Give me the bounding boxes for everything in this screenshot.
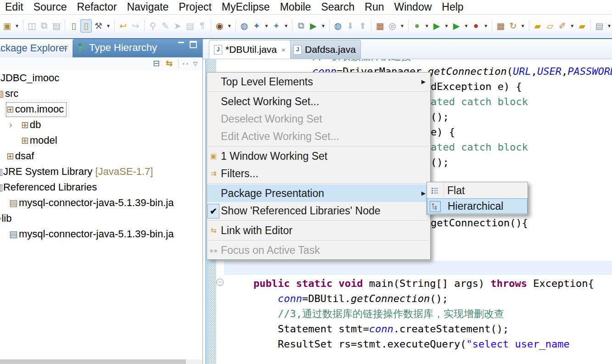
tree-item-dsaf[interactable]: ⊞dsaf [0, 149, 202, 165]
open-resource-icon[interactable]: ▰ [576, 19, 588, 33]
menu-item-1-window-working-set[interactable]: ▣1 Window Working Set [207, 147, 430, 165]
submenu-item-flat[interactable]: Flat [427, 183, 528, 198]
search-references-icon[interactable]: ◎ [387, 19, 398, 33]
focus-on-active-task-icon[interactable]: ● ● [182, 62, 188, 66]
tree-item-mysql-connector-java-5-1-39-bin-ja[interactable]: ▤mysql-connector-java-5.1.39-bin.ja [0, 227, 202, 243]
dropdown-caret-icon[interactable]: ▼ [321, 23, 326, 28]
tree-item-model[interactable]: ⊞model [0, 134, 202, 149]
maximize-icon[interactable] [190, 41, 197, 48]
view-menu-icon[interactable]: ▽ [193, 61, 197, 67]
run-last-icon[interactable]: ➤ [172, 19, 183, 33]
debug-icon[interactable]: ● [411, 19, 423, 33]
run-java-icon[interactable]: ▶ [308, 19, 319, 33]
forward-icon[interactable]: ↪ [130, 19, 141, 33]
globe-icon[interactable]: ◍ [332, 19, 344, 33]
dropdown-caret-icon[interactable]: ▼ [444, 23, 449, 28]
dropdown-caret-icon[interactable]: ▼ [15, 23, 19, 28]
mark-occurrences-icon[interactable]: ✎ [159, 19, 171, 33]
debug-on-device-icon[interactable]: ▯ [80, 19, 92, 33]
menu-myeclipse[interactable]: MyEclipse [217, 1, 275, 13]
new-class-wizard-icon[interactable]: ✦ [251, 19, 263, 33]
horizontal-scrollbar[interactable] [0, 359, 202, 364]
menu-run[interactable]: Run [359, 1, 389, 13]
tree-item-lib[interactable]: ▰lib [0, 212, 202, 227]
menu-edit[interactable]: Edit [0, 1, 28, 13]
tree-item-jre-system-library[interactable]: ▥JRE System Library [JavaSE-1.7] [0, 165, 202, 180]
tab-type-hierarchy[interactable]: Type Hierarchy [73, 39, 202, 57]
new-interface-wizard-icon[interactable]: ✦ [270, 19, 282, 33]
new-report-icon[interactable]: ▦ [374, 19, 386, 33]
copy-snippet-icon[interactable]: ⧉ [295, 19, 307, 33]
dropdown-caret-icon[interactable]: ▼ [425, 23, 429, 28]
collapse-all-icon[interactable]: ⊟ [153, 58, 160, 68]
menu-item-top-level-elements[interactable]: Top Level Elements▶ [207, 73, 430, 90]
dropdown-caret-icon[interactable]: ▼ [264, 23, 269, 28]
menu-item-package-presentation[interactable]: Package Presentation▶ [207, 185, 430, 202]
tab-dafdsa-java[interactable]: J Dafdsa.java [288, 40, 361, 59]
menu-item-filters[interactable]: ⇉Filters... [207, 165, 430, 182]
dropdown-caret-icon[interactable]: ▼ [106, 23, 111, 28]
open-type-icon[interactable]: ▤ [184, 19, 196, 33]
save-all-icon[interactable]: ⧉ [39, 19, 50, 33]
menu-item-link-with-editor[interactable]: ⇆Link with Editor [207, 222, 430, 239]
export-icon[interactable]: ⬆ [357, 19, 368, 33]
show-whitespace-icon[interactable]: ¶ [197, 19, 208, 33]
menu-item-select-working-set[interactable]: Select Working Set... [207, 93, 430, 110]
menu-mobile[interactable]: Mobile [275, 1, 316, 13]
dropdown-caret-icon[interactable]: ▼ [227, 23, 232, 28]
menu-refactor[interactable]: Refactor [72, 1, 122, 13]
menu-search[interactable]: Search [316, 1, 359, 13]
tree-item-src[interactable]: ▧src [0, 87, 202, 102]
task-list-icon[interactable]: ▤ [594, 19, 605, 33]
new-wizard-icon[interactable]: ▣ [1, 19, 13, 33]
profile-icon[interactable]: ● [470, 19, 482, 33]
dropdown-caret-icon[interactable]: ▼ [464, 23, 468, 28]
dropdown-caret-icon[interactable]: ▼ [483, 23, 488, 28]
dropdown-caret-icon[interactable]: ▼ [570, 23, 574, 28]
submenu-item-hierarchical[interactable]: Hierarchical [427, 198, 528, 214]
menu-item-focus-on-active-task[interactable]: ●●Focus on Active Task [207, 241, 430, 259]
open-project-icon[interactable]: ▱ [545, 19, 556, 33]
menu-window[interactable]: Window [389, 1, 437, 13]
expander-icon[interactable]: › [9, 119, 12, 130]
tree-item-mysql-connector-java-5-1-39-bin-ja[interactable]: ▤mysql-connector-java-5.1.39-bin.ja [0, 196, 202, 212]
dropdown-caret-icon[interactable]: ▼ [521, 23, 525, 28]
web-2-icon[interactable]: ◍ [239, 19, 250, 33]
menu-navigate[interactable]: Navigate [122, 1, 174, 13]
print-icon[interactable]: ▤ [51, 19, 62, 33]
menu-project[interactable]: Project [174, 1, 217, 13]
refresh-icon[interactable]: ↻ [507, 19, 519, 33]
menu-item-edit-active-working-set[interactable]: Edit Active Working Set... [207, 128, 430, 145]
menu-source[interactable]: Source [28, 1, 72, 13]
menu-help[interactable]: Help [437, 1, 468, 13]
tab-package-explorer[interactable]: Package Explorer × [0, 39, 73, 57]
tree-item-jdbc-imooc[interactable]: ▨JDBC_imooc [0, 71, 202, 87]
tree-item-referenced-libraries[interactable]: ▥Referenced Libraries [0, 180, 202, 196]
run-on-device-icon[interactable]: ▯ [68, 19, 79, 33]
save-icon[interactable]: ◫ [26, 19, 38, 33]
menu-item-deselect-working-set[interactable]: Deselect Working Set [207, 110, 430, 128]
scrollbar-thumb[interactable] [0, 359, 186, 364]
close-icon[interactable]: × [63, 44, 67, 52]
new-layout-icon[interactable]: ▦ [495, 19, 506, 33]
close-icon[interactable]: × [281, 46, 286, 54]
menu-item-show-referenced-libraries-node[interactable]: ✔Show 'Referenced Libraries' Node [207, 202, 430, 219]
new-java-bean-icon[interactable]: ◉ [214, 19, 225, 33]
back-icon[interactable]: ↩ [118, 19, 129, 33]
dropdown-caret-icon[interactable]: ▼ [284, 23, 288, 28]
minimize-icon[interactable] [178, 42, 184, 43]
open-file-icon[interactable]: ▰ [532, 19, 544, 33]
build-hammer-icon[interactable]: ⚒ [93, 19, 104, 33]
link-with-editor-icon[interactable]: ⇆ [166, 58, 173, 68]
run-icon[interactable]: ▶ [431, 19, 443, 33]
pin-icon[interactable]: ⚲ [147, 19, 158, 33]
tree-item-db[interactable]: ›⊞db [0, 118, 202, 134]
fold-marker-icon[interactable]: − [216, 279, 224, 286]
format-brush-icon[interactable]: ✐ [556, 19, 568, 33]
dropdown-caret-icon[interactable]: ▼ [400, 23, 404, 28]
run-tests-icon[interactable]: ▶ [450, 19, 462, 33]
tab-dbutil-java[interactable]: J *DBUtil.java × [209, 40, 291, 59]
dropdown-caret-icon[interactable]: ▼ [607, 23, 612, 28]
tree-item-com-imooc[interactable]: ⊞com.imooc [0, 102, 202, 118]
import-icon[interactable]: ⬇ [345, 19, 356, 33]
